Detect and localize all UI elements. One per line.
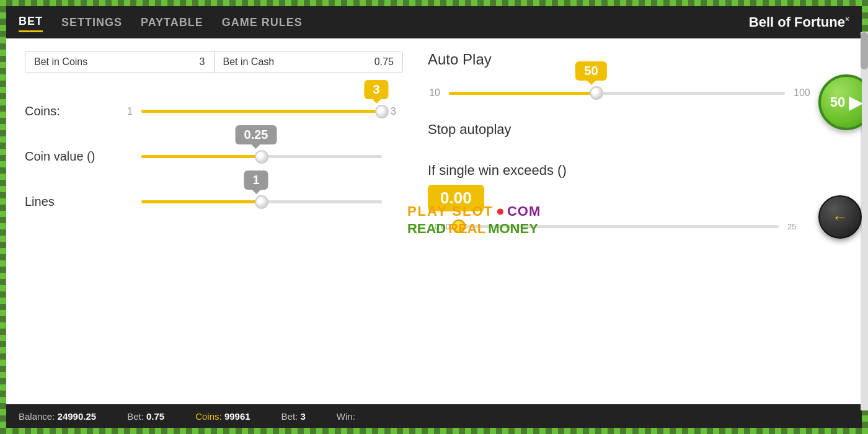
bet-in-coins-label: Bet in Coins [34,56,87,68]
autoplay-circle-value: 50 [830,94,845,110]
autoplay-circle-button[interactable]: 50 ▶ [818,74,862,130]
top-nav: BET SETTINGS PAYTABLE GAME RULES Bell of… [6,6,862,38]
coins-bubble: 3 [364,80,388,99]
coin-value-track-container[interactable]: 0.25 [141,151,382,163]
bet-label: Bet: [127,411,144,422]
bet-in-cash-label: Bet in Cash [223,56,275,68]
coins-label: Coins: [25,104,112,118]
autoplay-header: Auto Play [428,51,806,68]
coins-fill [141,110,382,113]
bet-in-cash-box: Bet in Cash 0.75 [215,51,403,73]
win-item: Win: [337,411,355,422]
coin-value-thumb[interactable]: 0.25 [255,150,268,164]
coins-status-label: Coins: [195,411,222,422]
outer-border: BET SETTINGS PAYTABLE GAME RULES Bell of… [0,0,868,434]
game-title: Bell of Fortune× [749,14,849,30]
single-win-label: If single win exceeds () [428,162,567,178]
autoplay-max: 100 [794,87,806,99]
lines-fill [141,200,262,203]
left-panel: Bet in Coins 3 Bet in Cash 0.75 Coins: 1 [25,51,403,392]
bet-item: Bet: 0.75 [127,411,164,422]
single-win-max: 25 [787,222,806,231]
bet-in-coins-value: 3 [200,56,205,68]
coin-value-slider-row: Coin value () 0.25 [25,149,403,164]
autoplay-track [449,92,785,95]
nav-settings[interactable]: SETTINGS [61,14,122,32]
autoplay-circle-arrow: ▶ [849,92,862,113]
lines-thumb[interactable]: 1 [255,195,268,209]
autoplay-fill [449,92,596,95]
stop-autoplay-label: Stop autoplay [428,122,512,137]
win-value-display: 0.00 [428,185,484,211]
left-sliders: Coins: 1 3 3 [25,86,403,209]
nav-bet[interactable]: BET [19,12,43,32]
coins-bet-label: Bet: [281,411,298,422]
lines-label: Lines [25,195,112,209]
autoplay-bubble: 50 [575,61,606,81]
coins-track-container[interactable]: 3 [141,105,382,118]
single-win-min: 0.00 [428,222,450,231]
bet-value: 0.75 [146,411,164,422]
coins-status-value: 99961 [224,411,250,422]
balance-value: 24990.25 [58,411,97,422]
autoplay-slider-row: 10 50 100 50 ▶ [428,87,806,99]
coins-slider-row: Coins: 1 3 3 [25,104,403,118]
lines-track-container[interactable]: 1 [141,196,382,208]
single-win-track-container[interactable] [459,220,779,232]
coins-thumb[interactable]: 3 [375,105,389,118]
autoplay-track-container[interactable]: 50 [449,87,785,99]
main-content: Bet in Coins 3 Bet in Cash 0.75 Coins: 1 [6,38,862,404]
nav-game-rules[interactable]: GAME RULES [222,14,303,32]
coins-max: 3 [391,106,403,117]
right-panel: Auto Play 10 50 100 [428,51,843,392]
bet-info-row: Bet in Coins 3 Bet in Cash 0.75 [25,51,403,73]
stop-autoplay-section: Stop autoplay [428,122,806,138]
lines-slider-row: Lines 1 [25,195,403,209]
autoplay-thumb[interactable]: 50 [590,86,603,100]
bet-in-cash-value: 0.75 [374,56,394,68]
balance-item: Balance: 24990.25 [19,411,96,422]
coins-track [141,110,382,113]
coin-value-label: Coin value () [25,149,112,164]
lines-bubble: 1 [244,170,268,190]
bet-in-coins-box: Bet in Coins 3 [25,51,215,73]
coins-min: 1 [120,106,133,117]
inner-wrapper: BET SETTINGS PAYTABLE GAME RULES Bell of… [6,6,862,428]
coins-bet-value: 3 [300,411,305,422]
status-bar: Balance: 24990.25 Bet: 0.75 Coins: 99961… [6,404,862,428]
back-arrow-icon: ← [832,208,848,227]
coins-item: Coins: 99961 [195,411,250,422]
single-win-track [459,225,779,228]
coin-value-fill [141,155,262,158]
back-circle-button[interactable]: ← [818,195,862,239]
coin-value-bubble: 0.25 [236,125,277,144]
nav-paytable[interactable]: PAYTABLE [141,14,203,32]
win-label: Win: [337,411,355,422]
balance-label: Balance: [19,411,55,422]
autoplay-min: 10 [428,87,440,99]
scrollbar-thumb[interactable] [861,32,868,69]
coins-bet-item: Bet: 3 [281,411,306,422]
single-win-thumb[interactable] [452,219,466,233]
single-win-section: If single win exceeds () 0.00 0.00 [428,162,806,232]
autoplay-title: Auto Play [428,51,492,68]
single-win-slider-row: 0.00 25 ← [428,220,806,232]
